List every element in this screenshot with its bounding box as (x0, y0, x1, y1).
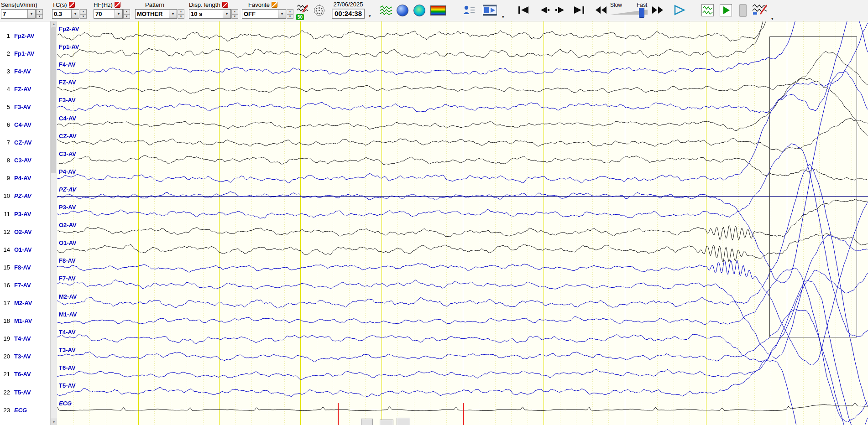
bottom-widget-fragment[interactable] (380, 420, 393, 425)
favorite-spinner[interactable]: ▲ ▼ (287, 9, 293, 19)
pattern-spinner[interactable]: ▲ ▼ (178, 9, 184, 19)
pattern-control: Pattern MOTHER ▾ ▲ ▼ (135, 1, 184, 19)
wave-pen-icon[interactable] (297, 4, 309, 14)
spinner-down-icon[interactable]: ▼ (287, 14, 293, 19)
chevron-down-icon[interactable]: ▾ (369, 14, 371, 18)
eeg-review-icon[interactable] (701, 4, 714, 16)
display-length-select[interactable]: 10 s ▾ (189, 9, 231, 19)
spinner-down-icon[interactable]: ▼ (80, 14, 87, 19)
eeg-trace-area[interactable]: Fp2-AVFp1-AVF4-AVFZ-AVF3-AVC4-AVCZ-AVC3-… (57, 21, 868, 425)
combo-arrow-icon[interactable]: ▾ (169, 10, 177, 18)
combo-arrow-icon[interactable]: ▾ (115, 10, 122, 18)
channel-row[interactable]: 4FZ-AV (0, 85, 51, 93)
step-back-button[interactable] (540, 6, 550, 14)
channel-row[interactable]: 7CZ-AV (0, 139, 51, 147)
hf-spinner[interactable]: ▲ ▼ (123, 9, 130, 19)
spinner-up-icon[interactable]: ▲ (36, 9, 43, 14)
montage-edit-icon[interactable] (752, 3, 768, 15)
spinner-up-icon[interactable]: ▲ (178, 9, 184, 14)
ecg-event-marker[interactable] (338, 403, 339, 425)
datetime-display: 27/06/2025 00:24:38 (329, 1, 367, 19)
channel-row[interactable]: 20T3-AV (0, 352, 51, 361)
combo-arrow-icon[interactable]: ▾ (278, 10, 286, 18)
spinner-up-icon[interactable]: ▲ (287, 9, 293, 14)
channel-row[interactable]: 9P4-AV (0, 174, 51, 182)
waveform-green-icon[interactable] (380, 5, 392, 15)
channel-row[interactable]: 5F3-AV (0, 103, 51, 111)
favorite-select[interactable]: OFF ▾ (242, 9, 286, 19)
fast-rewind-button[interactable] (595, 6, 607, 14)
play-review-icon[interactable] (720, 4, 732, 16)
head-map-icon[interactable] (413, 5, 425, 16)
disabled-tool-button[interactable] (739, 4, 747, 17)
display-length-control: Disp. length 10 s ▾ ▲ ▼ (189, 1, 238, 19)
sensitivity-spinner[interactable]: ▲ ▼ (36, 9, 43, 19)
trace-channel-label: F8-AV (59, 257, 76, 264)
channel-row[interactable]: 21T6-AV (0, 370, 51, 378)
channel-row[interactable]: 16F7-AV (0, 281, 51, 289)
favorite-label: Favorite (248, 1, 270, 8)
pattern-select[interactable]: MOTHER ▾ (135, 9, 177, 19)
skip-to-end-button[interactable] (573, 6, 585, 14)
spinner-down-icon[interactable]: ▼ (178, 14, 184, 19)
channel-row[interactable]: 2Fp1-AV (0, 49, 51, 57)
tc-spinner[interactable]: ▲ ▼ (80, 9, 87, 19)
combo-arrow-icon[interactable]: ▾ (71, 10, 79, 18)
channel-row[interactable]: 19T4-AV (0, 335, 51, 343)
channel-row[interactable]: 1Fp2-AV (0, 31, 51, 40)
combo-arrow-icon[interactable]: ▾ (223, 10, 230, 18)
channel-row[interactable]: 3F4-AV (0, 67, 51, 75)
spinner-down-icon[interactable]: ▼ (36, 14, 43, 19)
combo-arrow-icon[interactable]: ▾ (27, 10, 35, 18)
scrollbar-thumb[interactable] (51, 27, 56, 173)
channel-row[interactable]: 23ECG (0, 406, 51, 414)
video-icon[interactable] (483, 5, 497, 16)
display-length-spinner[interactable]: ▲ ▼ (231, 9, 238, 19)
tc-select[interactable]: 0.3 ▾ (52, 9, 79, 19)
channel-row[interactable]: 18M1-AV (0, 317, 51, 325)
bottom-widget-fragment[interactable] (361, 419, 373, 425)
sidebar-scrollbar[interactable]: ▲ ▼ (50, 21, 57, 425)
electrode-head-icon[interactable] (313, 4, 325, 16)
eeg-trace-canvas[interactable] (57, 21, 868, 425)
channel-number: 3 (0, 68, 10, 75)
speed-slider-handle[interactable] (639, 8, 644, 18)
bottom-widget-fragment[interactable] (397, 418, 410, 425)
head-3d-icon[interactable] (397, 5, 408, 16)
chevron-down-icon[interactable]: ▾ (502, 15, 504, 19)
spinner-up-icon[interactable]: ▲ (80, 9, 87, 14)
scroll-down-icon[interactable]: ▼ (51, 419, 57, 425)
spectrogram-map-icon[interactable] (430, 5, 446, 16)
channel-row[interactable]: 8C3-AV (0, 156, 51, 165)
fast-forward-button[interactable] (651, 6, 664, 14)
channel-row[interactable]: 6C4-AV (0, 121, 51, 129)
channel-label: O2-AV (14, 228, 32, 235)
sensitivity-select[interactable]: 7 ▾ (1, 9, 36, 19)
spinner-up-icon[interactable]: ▲ (231, 9, 238, 14)
channel-row[interactable]: 22T5-AV (0, 388, 51, 396)
play-button[interactable] (673, 5, 686, 16)
channel-row[interactable]: 11P3-AV (0, 210, 51, 218)
trace-channel-label: O2-AV (59, 222, 77, 228)
channel-label: C4-AV (14, 121, 31, 128)
scroll-up-icon[interactable]: ▲ (51, 21, 57, 27)
channel-number: 11 (0, 211, 10, 218)
channel-row[interactable]: 10PZ-AV (0, 192, 51, 200)
step-forward-button[interactable] (555, 6, 565, 14)
skip-to-start-button[interactable] (518, 6, 529, 14)
channel-row[interactable]: 14O1-AV (0, 245, 51, 254)
trace-channel-label: PZ-AV (59, 186, 76, 193)
hf-value: 70 (94, 10, 115, 17)
ecg-event-marker[interactable] (463, 403, 464, 425)
spinner-down-icon[interactable]: ▼ (123, 14, 130, 19)
chevron-down-icon[interactable]: ▾ (771, 16, 774, 21)
channel-number: 18 (0, 317, 10, 324)
selection-rectangle[interactable] (769, 36, 857, 337)
channel-row[interactable]: 17M2-AV (0, 299, 51, 307)
channel-row[interactable]: 15F8-AV (0, 263, 51, 271)
hf-select[interactable]: 70 ▾ (94, 9, 123, 19)
spinner-up-icon[interactable]: ▲ (123, 9, 130, 14)
spinner-down-icon[interactable]: ▼ (231, 14, 238, 19)
patient-info-icon[interactable] (463, 5, 475, 16)
channel-row[interactable]: 12O2-AV (0, 228, 51, 236)
